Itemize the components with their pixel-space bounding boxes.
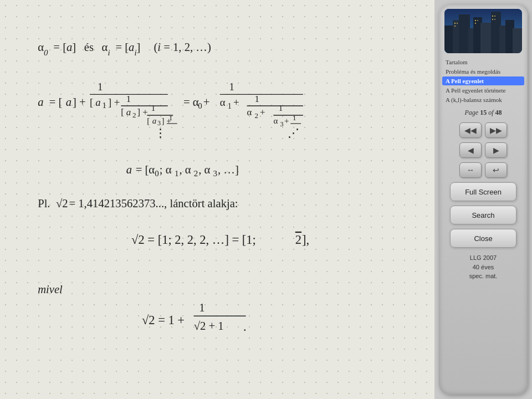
svg-rect-89 xyxy=(494,19,495,20)
svg-text:a: a xyxy=(38,96,43,108)
forward-icon: ↩ xyxy=(493,166,499,175)
footer-line1: LLG 2007 xyxy=(469,253,498,263)
svg-text:1: 1 xyxy=(151,104,155,112)
svg-text:.: . xyxy=(243,320,247,334)
nav-item-problema[interactable]: Probléma és megoldás xyxy=(442,67,524,76)
next-fast-button[interactable]: ▶▶ xyxy=(485,122,507,138)
footer-text: LLG 2007 40 éves spec. mat. xyxy=(469,253,498,281)
svg-rect-85 xyxy=(475,23,476,24)
svg-rect-83 xyxy=(475,20,476,21)
svg-text:1: 1 xyxy=(169,114,173,122)
svg-text:2: 2 xyxy=(194,169,198,178)
next-fast-icon: ▶▶ xyxy=(490,126,502,135)
svg-text:a: a xyxy=(126,163,132,176)
nav-item-pell-tort[interactable]: A Pell egyenlet története xyxy=(442,86,524,95)
svg-text:+: + xyxy=(260,107,265,117)
prev-fast-button[interactable]: ◀◀ xyxy=(459,122,482,138)
svg-text:[: [ xyxy=(90,96,93,108)
svg-text:1: 1 xyxy=(279,104,283,112)
svg-text:, α: , α xyxy=(179,163,191,176)
search-button[interactable]: Search xyxy=(450,206,516,224)
svg-text:a: a xyxy=(152,116,157,125)
svg-rect-88 xyxy=(492,19,493,20)
svg-text:1: 1 xyxy=(98,81,103,93)
svg-text:] +: ] + xyxy=(73,96,86,108)
svg-text:⋮: ⋮ xyxy=(155,127,166,139)
svg-text:mivel: mivel xyxy=(38,283,63,295)
svg-rect-82 xyxy=(454,25,456,27)
forward-button[interactable]: ↩ xyxy=(485,162,507,178)
svg-text:√2: √2 xyxy=(56,197,68,209)
svg-text:3: 3 xyxy=(157,119,161,127)
nav-item-pell[interactable]: A Pell egyenlet xyxy=(442,76,524,85)
svg-text:1: 1 xyxy=(199,301,204,314)
svg-text:] +: ] + xyxy=(137,107,147,117)
close-button[interactable]: Close xyxy=(450,229,516,248)
svg-text:1: 1 xyxy=(126,94,131,104)
svg-text:; α: ; α xyxy=(160,163,172,176)
nav-buttons-row-3: ↔ ↩ xyxy=(459,162,507,178)
svg-text:+: + xyxy=(284,116,289,125)
svg-text:a: a xyxy=(126,107,131,117)
svg-text:[: [ xyxy=(121,107,124,117)
svg-text:2: 2 xyxy=(255,111,259,120)
prev-fast-icon: ◀◀ xyxy=(464,126,477,135)
nav-item-tartalom[interactable]: Tartalom xyxy=(442,58,524,66)
svg-text:= [: = [ xyxy=(49,96,63,108)
footer-line3: spec. mat. xyxy=(469,272,498,281)
page-info: Page 15 of 48 xyxy=(465,106,502,119)
nav-item-balansz[interactable]: A (k,l)-balansz számok xyxy=(442,95,524,104)
svg-text:1: 1 xyxy=(103,101,106,110)
svg-rect-75 xyxy=(480,23,493,53)
nav-section: Tartalom Probléma és megoldás A Pell egy… xyxy=(442,58,524,104)
svg-rect-79 xyxy=(513,28,522,53)
prev-button[interactable]: ◀ xyxy=(459,142,482,158)
svg-text:+: + xyxy=(233,96,239,108)
svg-text:] +: ] + xyxy=(108,96,120,108)
svg-rect-84 xyxy=(477,20,478,21)
svg-text:1: 1 xyxy=(229,81,234,93)
nav-buttons-row-1: ◀◀ ▶▶ xyxy=(459,122,507,138)
svg-text:2: 2 xyxy=(295,233,301,247)
svg-text:Pl.: Pl. xyxy=(38,197,50,209)
svg-text:1: 1 xyxy=(175,169,179,178)
svg-text:[: [ xyxy=(147,116,150,125)
sidebar-photo xyxy=(444,9,522,53)
svg-text:√2 = [1; 2, 2, 2, …] = [1;: √2 = [1; 2, 2, 2, …] = [1; xyxy=(131,233,256,247)
prev-icon: ◀ xyxy=(468,146,474,155)
svg-text:3: 3 xyxy=(280,120,284,128)
footer-line2: 40 éves xyxy=(469,263,498,272)
svg-text:α: α xyxy=(273,116,278,125)
svg-text:⋰: ⋰ xyxy=(288,127,299,139)
svg-text:, α: , α xyxy=(198,163,210,176)
next-button[interactable]: ▶ xyxy=(485,142,507,158)
svg-text:0: 0 xyxy=(198,101,202,110)
back-button[interactable]: ↔ xyxy=(459,162,482,178)
next-icon: ▶ xyxy=(493,146,499,155)
sidebar: Tartalom Probléma és megoldás A Pell egy… xyxy=(439,4,528,395)
svg-text:= α: = α xyxy=(183,96,199,108)
svg-text:1: 1 xyxy=(255,94,259,104)
svg-text:1: 1 xyxy=(228,101,232,110)
page-current: 15 xyxy=(480,109,487,116)
svg-text:√2 + 1: √2 + 1 xyxy=(194,320,224,332)
svg-text:+: + xyxy=(203,96,210,108)
svg-text:√2 = 1 +: √2 = 1 + xyxy=(142,313,185,327)
svg-rect-81 xyxy=(457,23,458,24)
svg-text:, …]: , …] xyxy=(218,163,239,176)
svg-text:= [α: = [α xyxy=(136,163,155,176)
page-total: 48 xyxy=(495,109,502,116)
svg-text:1: 1 xyxy=(293,114,296,122)
math-display: α0 = [a] és αi = [ai] (i = 1, 2, …) a = … xyxy=(22,17,412,382)
svg-text:α: α xyxy=(247,107,252,117)
svg-rect-80 xyxy=(454,23,456,24)
back-icon: ↔ xyxy=(467,166,474,175)
svg-text:2: 2 xyxy=(132,111,136,119)
nav-buttons-row-2: ◀ ▶ xyxy=(459,142,507,158)
full-screen-button[interactable]: Full Screen xyxy=(450,182,516,201)
svg-text:],: ], xyxy=(302,233,309,247)
svg-rect-86 xyxy=(492,16,493,17)
svg-text:α: α xyxy=(220,96,226,108)
main-content: α0 = [a] és αi = [ai] (i = 1, 2, …) a = … xyxy=(0,0,434,399)
svg-text:a: a xyxy=(95,96,100,108)
